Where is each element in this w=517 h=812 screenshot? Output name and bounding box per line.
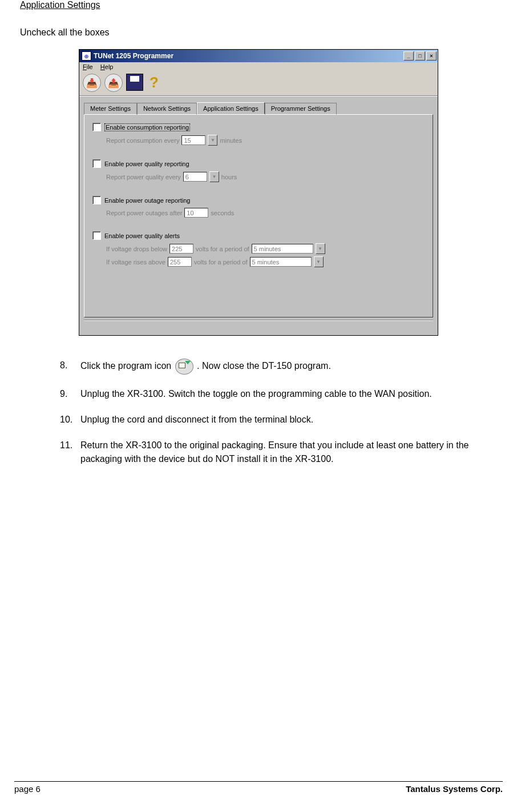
- program-device-icon[interactable]: 📤: [104, 74, 123, 92]
- toolbar: 📥 📤 ?: [79, 71, 438, 96]
- powerq-sub-pre: Report power quality every: [106, 174, 181, 180]
- checkbox-power-quality-label: Enable power quality reporting: [104, 160, 189, 167]
- read-device-icon[interactable]: 📥: [83, 74, 101, 92]
- checkbox-outage-label: Enable power outage reporting: [104, 197, 190, 204]
- checkbox-consumption[interactable]: [92, 123, 101, 131]
- step-num: 11.: [60, 439, 80, 465]
- checkbox-outage[interactable]: [92, 196, 101, 204]
- checkbox-alerts-label: Enable power quality alerts: [104, 232, 180, 239]
- group-consumption: Enable consumption reporting Report cons…: [92, 123, 425, 146]
- group-outage: Enable power outage reporting Report pow…: [92, 196, 425, 218]
- maximize-button[interactable]: □: [415, 51, 425, 61]
- step-8: 8. Click the program icon . Now close th…: [60, 359, 497, 375]
- consumption-dropdown[interactable]: ▼: [208, 135, 217, 146]
- alerts-low-dropdown[interactable]: ▼: [316, 243, 325, 254]
- step-text: Unplug the cord and disconnect it from t…: [80, 413, 497, 426]
- consumption-value[interactable]: 15: [181, 135, 205, 145]
- alerts-mid1: volts for a period of: [196, 246, 249, 252]
- outage-sub-post: seconds: [211, 210, 234, 216]
- step-num: 9.: [60, 387, 80, 400]
- tab-strip: Meter Settings Network Settings Applicat…: [84, 102, 433, 114]
- tab-application-settings[interactable]: Application Settings: [197, 102, 265, 114]
- footer-page-number: page 6: [14, 784, 41, 794]
- tab-network-settings[interactable]: Network Settings: [137, 103, 197, 115]
- outage-value[interactable]: 10: [184, 208, 208, 218]
- step-10: 10. Unplug the cord and disconnect it fr…: [60, 413, 497, 426]
- titlebar: ◎ TUNet 1205 Programmer _ □ ×: [79, 50, 438, 62]
- statusbar: [84, 320, 433, 331]
- step-8-post: . Now close the DT-150 program.: [197, 361, 331, 371]
- powerq-value[interactable]: 6: [183, 172, 207, 182]
- minimize-button[interactable]: _: [403, 51, 414, 61]
- window-title: TUNet 1205 Programmer: [94, 52, 173, 60]
- section-heading: Application Settings: [20, 0, 497, 10]
- consumption-sub-post: minutes: [220, 137, 242, 144]
- footer-company: Tantalus Systems Corp.: [406, 784, 503, 794]
- close-button[interactable]: ×: [426, 51, 437, 61]
- step-num: 10.: [60, 413, 80, 426]
- alerts-high-dropdown[interactable]: ▼: [314, 256, 324, 267]
- checkbox-consumption-label: Enable consumption reporting: [104, 123, 190, 131]
- alerts-low-pre: If voltage drops below: [106, 246, 167, 252]
- content-area: Meter Settings Network Settings Applicat…: [79, 96, 438, 335]
- tab-programmer-settings[interactable]: Programmer Settings: [265, 103, 337, 115]
- alerts-low-value[interactable]: 225: [169, 244, 193, 254]
- alerts-mid2: volts for a period of: [194, 259, 248, 266]
- alerts-high-pre: If voltage rises above: [106, 259, 165, 266]
- help-icon[interactable]: ?: [147, 74, 161, 91]
- powerq-sub-post: hours: [221, 174, 237, 180]
- menu-help[interactable]: Help: [100, 63, 114, 70]
- step-11: 11. Return the XR-3100 to the original p…: [60, 439, 497, 465]
- page-footer: page 6 Tantalus Systems Corp.: [14, 781, 503, 794]
- step-9: 9. Unplug the XR-3100. Switch the toggle…: [60, 387, 497, 400]
- outage-sub-pre: Report power outages after: [106, 210, 182, 216]
- tab-meter-settings[interactable]: Meter Settings: [84, 103, 137, 115]
- group-alerts: Enable power quality alerts If voltage d…: [92, 231, 425, 267]
- checkbox-alerts[interactable]: [92, 231, 101, 240]
- step-8-pre: Click the program icon: [80, 361, 174, 371]
- steps-list: 8. Click the program icon . Now close th…: [60, 359, 497, 465]
- menubar: File Help: [79, 62, 438, 71]
- app-icon: ◎: [82, 51, 91, 61]
- group-power-quality: Enable power quality reporting Report po…: [92, 159, 425, 182]
- tab-panel: Enable consumption reporting Report cons…: [84, 114, 433, 317]
- step-num: 8.: [60, 359, 80, 375]
- menu-file[interactable]: File: [83, 63, 93, 70]
- step-text: Unplug the XR-3100. Switch the toggle on…: [80, 387, 497, 400]
- checkbox-power-quality[interactable]: [92, 159, 101, 168]
- powerq-dropdown[interactable]: ▼: [209, 171, 219, 182]
- program-icon: [175, 359, 193, 375]
- consumption-sub-pre: Report consumption every: [106, 137, 179, 144]
- alerts-low-period[interactable]: 5 minutes: [252, 244, 313, 254]
- instruction-text: Uncheck all the boxes: [20, 27, 497, 38]
- alerts-high-period[interactable]: 5 minutes: [250, 257, 312, 267]
- save-icon[interactable]: [126, 74, 143, 91]
- step-text: Return the XR-3100 to the original packa…: [80, 439, 497, 465]
- app-window: ◎ TUNet 1205 Programmer _ □ × File Help …: [79, 49, 438, 336]
- alerts-high-value[interactable]: 255: [168, 257, 192, 267]
